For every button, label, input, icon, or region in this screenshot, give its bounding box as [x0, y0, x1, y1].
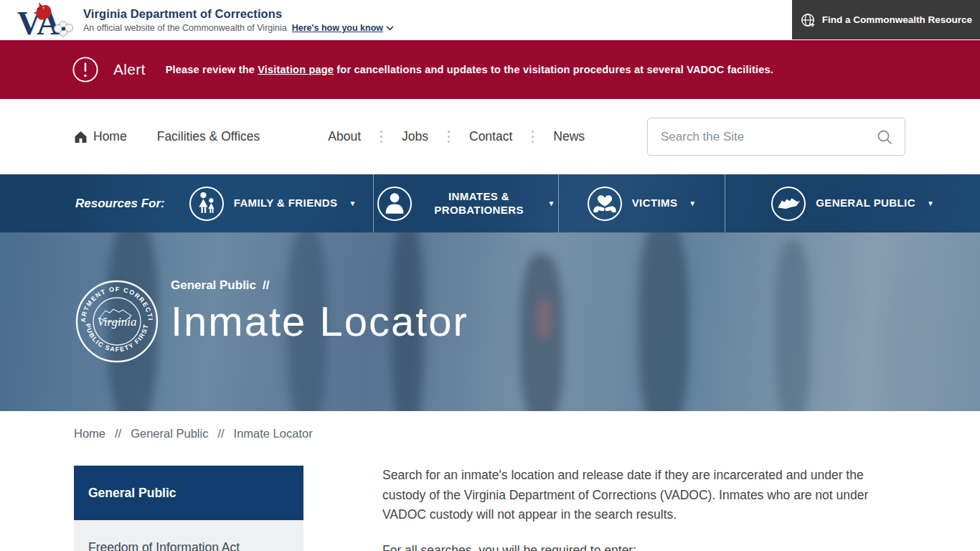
intro-paragraph: Search for an inmate's location and rele…: [382, 466, 899, 525]
nav-item-contact[interactable]: Contact: [469, 129, 512, 144]
sidebar-item-foia[interactable]: Freedom of Information Act: [74, 520, 303, 551]
find-commonwealth-resource-button[interactable]: Find a Commonwealth Resource: [792, 0, 980, 39]
family-icon: [189, 187, 224, 221]
nav-group-secondary: About Jobs Contact News: [328, 129, 585, 144]
chevron-down-icon: ▼: [689, 199, 696, 207]
hero-eyebrow-link[interactable]: General Public: [171, 278, 256, 293]
nav-item-about[interactable]: About: [328, 129, 361, 144]
alert-label: Alert: [113, 61, 146, 78]
nav-item-facilities-offices[interactable]: Facilities & Offices: [157, 129, 260, 144]
hero-banner: DEPARTMENT OF CORRECTIONS PUBLIC SAFETY …: [0, 232, 980, 411]
hero-eyebrow-separator: //: [263, 278, 269, 293]
sidebar-list: Freedom of Information Act: [74, 520, 303, 551]
nav-dot-separator: [532, 131, 534, 143]
nav-item-jobs[interactable]: Jobs: [402, 129, 428, 144]
breadcrumb-general-public-link[interactable]: General Public: [131, 427, 208, 441]
tab-label: VICTIMS: [632, 197, 678, 210]
alert-message: Please review the Visitation page for ca…: [166, 64, 773, 75]
virginia-state-icon: [771, 187, 806, 221]
tab-label: FAMILY & FRIENDS: [234, 197, 338, 210]
sidebar: General Public Freedom of Information Ac…: [74, 466, 303, 551]
content-area: General Public Freedom of Information Ac…: [74, 466, 980, 551]
page-title: Inmate Locator: [171, 300, 468, 344]
chevron-down-icon: ▼: [349, 199, 356, 207]
va-cardinal-logo-icon: VA: [16, 1, 77, 39]
search-icon[interactable]: [876, 128, 893, 146]
page: VA Virginia Department of Corrections An…: [0, 0, 980, 551]
breadcrumb-home-link[interactable]: Home: [74, 427, 105, 441]
tab-general-public[interactable]: GENERAL PUBLIC ▼: [725, 174, 980, 232]
alert-exclamation-icon: [72, 56, 99, 83]
breadcrumb-separator: //: [217, 427, 224, 441]
breadcrumb-current-page: Inmate Locator: [234, 427, 313, 441]
resource-link-label: Find a Commonwealth Resource: [822, 14, 972, 25]
person-icon: [377, 187, 412, 221]
breadcrumb: Home // General Public // Inmate Locator: [74, 427, 980, 441]
vadoc-seal-icon: DEPARTMENT OF CORRECTIONS PUBLIC SAFETY …: [74, 278, 160, 364]
chevron-down-icon: ▼: [927, 199, 934, 207]
nav-item-home[interactable]: Home: [74, 129, 127, 144]
sidebar-header-general-public[interactable]: General Public: [74, 466, 303, 520]
tab-victims[interactable]: VICTIMS ▼: [558, 174, 725, 232]
globe-icon: [800, 12, 816, 28]
site-search-input[interactable]: [661, 130, 876, 144]
site-header: VA Virginia Department of Corrections An…: [0, 0, 980, 40]
chevron-down-icon: [386, 26, 394, 31]
search-requirements-intro: For all searches, you will be required t…: [382, 541, 899, 551]
visitation-page-link[interactable]: Visitation page: [258, 64, 334, 75]
nav-dot-separator: [448, 131, 450, 143]
main-nav: Home Facilities & Offices About Jobs Con…: [0, 99, 980, 174]
heres-how-you-know-link[interactable]: Here's how you know: [292, 23, 394, 33]
seal-middle-text: Virginia: [98, 315, 137, 329]
home-icon: [74, 131, 88, 143]
chevron-down-icon: ▼: [548, 199, 555, 207]
vadoc-logo[interactable]: VA: [16, 1, 77, 39]
tab-inmates-probationers[interactable]: INMATES & PROBATIONERS ▼: [373, 174, 558, 232]
hands-heart-icon: [588, 187, 622, 221]
tab-family-friends[interactable]: FAMILY & FRIENDS ▼: [172, 174, 373, 232]
main-content: Search for an inmate's location and rele…: [382, 466, 899, 551]
official-text: An official website of the Commonwealth …: [83, 23, 287, 33]
tab-label: GENERAL PUBLIC: [816, 197, 915, 210]
resources-for-label: Resources For:: [0, 174, 172, 232]
nav-item-news[interactable]: News: [553, 129, 585, 144]
resources-bar: Resources For: FAMILY & FRIENDS ▼: [0, 174, 980, 232]
site-title: Virginia Department of Corrections: [83, 7, 394, 21]
tab-label: INMATES & PROBATIONERS: [422, 190, 537, 217]
site-search-box: [647, 118, 905, 156]
alert-bar: Alert Please review the Visitation page …: [0, 40, 980, 99]
header-title-block: Virginia Department of Corrections An of…: [83, 7, 394, 33]
nav-dot-separator: [380, 131, 382, 143]
breadcrumb-separator: //: [115, 427, 121, 441]
